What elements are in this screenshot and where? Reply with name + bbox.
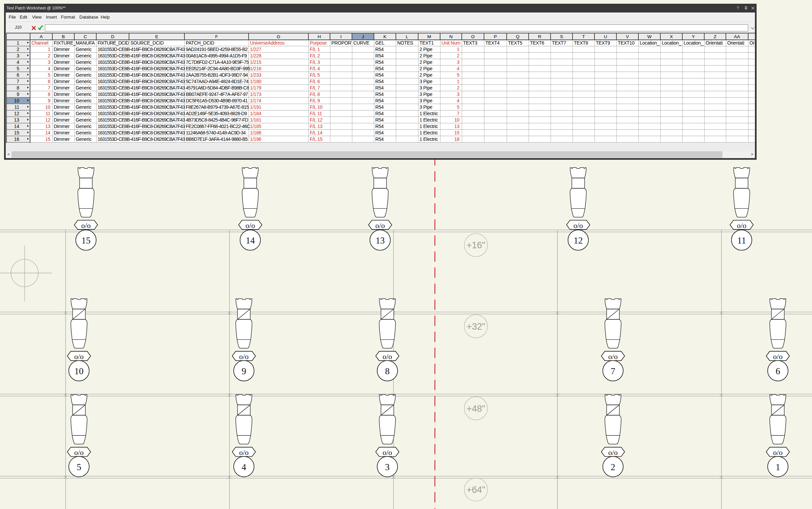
svg-text:4: 4 [242, 462, 246, 472]
svg-text:14: 14 [246, 235, 255, 246]
svg-text:1: 1 [776, 462, 780, 472]
svg-text:12: 12 [574, 235, 583, 246]
svg-text:11: 11 [737, 235, 746, 246]
svg-text:10: 10 [74, 366, 83, 376]
svg-text:6: 6 [776, 366, 780, 376]
svg-text:13: 13 [376, 235, 385, 246]
svg-text:2: 2 [611, 462, 615, 472]
svg-text:3: 3 [385, 462, 390, 472]
svg-text:7: 7 [611, 366, 615, 376]
svg-text:9: 9 [242, 366, 246, 376]
svg-text:+48": +48" [466, 404, 485, 414]
svg-text:5: 5 [77, 462, 81, 472]
svg-text:8: 8 [385, 366, 390, 376]
svg-text:+32": +32" [466, 322, 485, 332]
svg-text:15: 15 [81, 235, 91, 246]
svg-text:+16": +16" [466, 240, 485, 250]
svg-text:+64": +64" [466, 485, 485, 495]
